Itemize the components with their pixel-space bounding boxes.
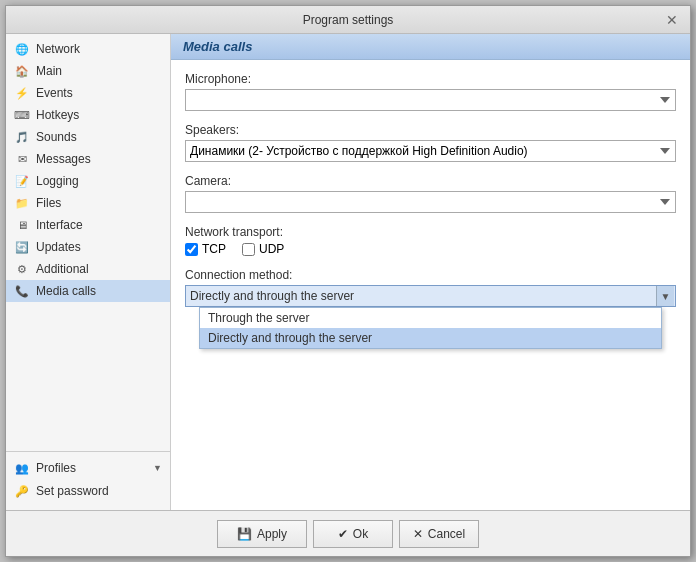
camera-label: Camera: [185, 174, 676, 188]
connection-method-group: Connection method: Directly and through … [185, 268, 676, 307]
ok-button[interactable]: ✔ Ok [313, 520, 393, 548]
section-title: Media calls [183, 39, 252, 54]
ok-icon: ✔ [338, 527, 348, 541]
network-transport-group: Network transport: TCP UDP [185, 225, 676, 256]
tcp-checkbox[interactable] [185, 243, 198, 256]
section-header: Media calls [171, 34, 690, 60]
updates-icon: 🔄 [14, 239, 30, 255]
sidebar-item-label: Logging [36, 174, 79, 188]
sidebar-item-label: Events [36, 86, 73, 100]
profiles-chevron-icon: ▼ [153, 463, 162, 473]
form-area: Microphone: Speakers: Динамики (2- Устро… [171, 60, 690, 510]
hotkeys-icon: ⌨ [14, 107, 30, 123]
sidebar: 🌐 Network 🏠 Main ⚡ Events ⌨ Hotkeys 🎵 So… [6, 34, 171, 510]
transport-checkboxes: TCP UDP [185, 242, 676, 256]
speakers-select[interactable]: Динамики (2- Устройство с поддержкой Hig… [185, 140, 676, 162]
connection-method-dropdown: Through the server Directly and through … [199, 307, 662, 349]
sidebar-item-hotkeys[interactable]: ⌨ Hotkeys [6, 104, 170, 126]
sidebar-item-label: Updates [36, 240, 81, 254]
sidebar-item-events[interactable]: ⚡ Events [6, 82, 170, 104]
files-icon: 📁 [14, 195, 30, 211]
messages-icon: ✉ [14, 151, 30, 167]
cancel-icon: ✕ [413, 527, 423, 541]
speakers-group: Speakers: Динамики (2- Устройство с подд… [185, 123, 676, 162]
sidebar-item-interface[interactable]: 🖥 Interface [6, 214, 170, 236]
apply-label: Apply [257, 527, 287, 541]
additional-icon: ⚙ [14, 261, 30, 277]
program-settings-dialog: Program settings ✕ 🌐 Network 🏠 Main ⚡ Ev… [5, 5, 691, 557]
set-password-icon: 🔑 [14, 483, 30, 499]
sidebar-item-updates[interactable]: 🔄 Updates [6, 236, 170, 258]
connection-method-label: Connection method: [185, 268, 676, 282]
cancel-button[interactable]: ✕ Cancel [399, 520, 479, 548]
logging-icon: 📝 [14, 173, 30, 189]
sidebar-bottom: 👥 Profiles ▼ 🔑 Set password [6, 451, 170, 506]
cancel-label: Cancel [428, 527, 465, 541]
udp-label: UDP [259, 242, 284, 256]
sidebar-item-label: Additional [36, 262, 89, 276]
sidebar-item-label: Main [36, 64, 62, 78]
dropdown-option-through-server[interactable]: Through the server [200, 308, 661, 328]
sidebar-item-additional[interactable]: ⚙ Additional [6, 258, 170, 280]
camera-select[interactable] [185, 191, 676, 213]
interface-icon: 🖥 [14, 217, 30, 233]
udp-checkbox-label[interactable]: UDP [242, 242, 284, 256]
sidebar-item-label: Interface [36, 218, 83, 232]
sidebar-item-label: Network [36, 42, 80, 56]
sidebar-item-label: Files [36, 196, 61, 210]
sidebar-item-files[interactable]: 📁 Files [6, 192, 170, 214]
dropdown-arrow-icon: ▼ [656, 286, 674, 306]
microphone-label: Microphone: [185, 72, 676, 86]
set-password-button[interactable]: 🔑 Set password [6, 480, 170, 502]
main-icon: 🏠 [14, 63, 30, 79]
events-icon: ⚡ [14, 85, 30, 101]
set-password-label: Set password [36, 484, 109, 498]
close-button[interactable]: ✕ [664, 12, 680, 28]
sidebar-item-label: Media calls [36, 284, 96, 298]
ok-label: Ok [353, 527, 368, 541]
apply-icon: 💾 [237, 527, 252, 541]
sidebar-item-main[interactable]: 🏠 Main [6, 60, 170, 82]
dialog-title: Program settings [32, 13, 664, 27]
main-panel: Media calls Microphone: Speakers: Динами… [171, 34, 690, 510]
camera-group: Camera: [185, 174, 676, 213]
sidebar-item-mediacalls[interactable]: 📞 Media calls [6, 280, 170, 302]
tcp-label: TCP [202, 242, 226, 256]
network-transport-label: Network transport: [185, 225, 676, 239]
connection-method-value: Directly and through the server [190, 289, 354, 303]
sidebar-item-sounds[interactable]: 🎵 Sounds [6, 126, 170, 148]
microphone-group: Microphone: [185, 72, 676, 111]
sidebar-item-network[interactable]: 🌐 Network [6, 38, 170, 60]
connection-method-select[interactable]: Directly and through the server ▼ [185, 285, 676, 307]
microphone-select[interactable] [185, 89, 676, 111]
content-area: 🌐 Network 🏠 Main ⚡ Events ⌨ Hotkeys 🎵 So… [6, 34, 690, 510]
bottom-bar: 💾 Apply ✔ Ok ✕ Cancel [6, 510, 690, 556]
title-bar: Program settings ✕ [6, 6, 690, 34]
sounds-icon: 🎵 [14, 129, 30, 145]
tcp-checkbox-label[interactable]: TCP [185, 242, 226, 256]
profiles-button[interactable]: 👥 Profiles ▼ [6, 456, 170, 480]
profiles-icon: 👥 [14, 460, 30, 476]
sidebar-item-label: Hotkeys [36, 108, 79, 122]
sidebar-item-messages[interactable]: ✉ Messages [6, 148, 170, 170]
dropdown-option-directly-and-through[interactable]: Directly and through the server [200, 328, 661, 348]
network-icon: 🌐 [14, 41, 30, 57]
speakers-label: Speakers: [185, 123, 676, 137]
apply-button[interactable]: 💾 Apply [217, 520, 307, 548]
udp-checkbox[interactable] [242, 243, 255, 256]
sidebar-item-label: Sounds [36, 130, 77, 144]
sidebar-item-label: Messages [36, 152, 91, 166]
sidebar-item-logging[interactable]: 📝 Logging [6, 170, 170, 192]
profiles-label: Profiles [36, 461, 76, 475]
mediacalls-icon: 📞 [14, 283, 30, 299]
connection-method-dropdown-wrapper: Directly and through the server ▼ Throug… [185, 285, 676, 307]
